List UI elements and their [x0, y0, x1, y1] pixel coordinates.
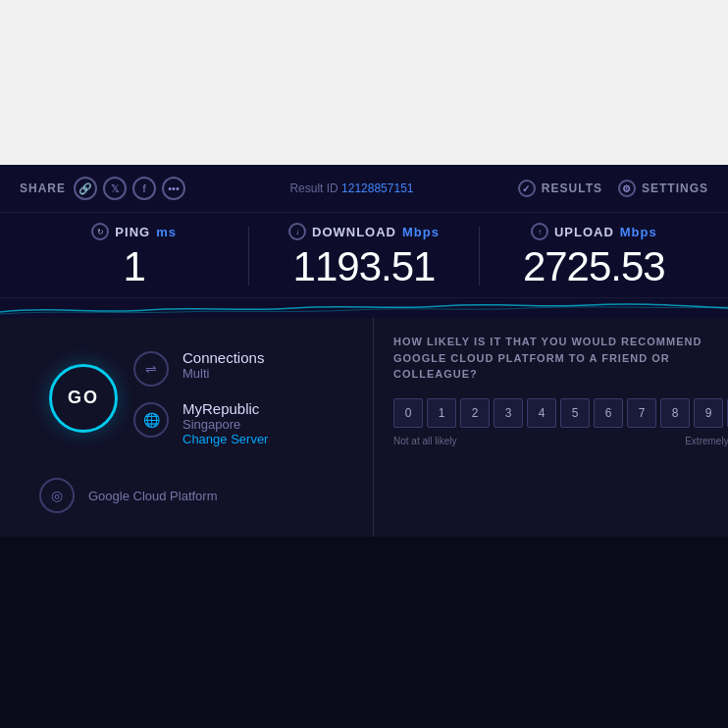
score-label-right: Extremely Likely	[685, 436, 728, 446]
settings-icon: ⚙	[618, 180, 636, 197]
twitter-icon[interactable]: 𝕏	[103, 177, 127, 200]
result-id-section: Result ID 12128857151	[289, 182, 413, 195]
wave-container	[0, 298, 728, 318]
main-section: SHARE 🔗 𝕏 f ••• Result ID 12128857151 ✓ …	[0, 165, 728, 537]
score-button-1[interactable]: 1	[427, 398, 456, 428]
share-label: SHARE	[20, 182, 66, 195]
link-icon[interactable]: 🔗	[74, 177, 97, 200]
isp-sub: Singapore	[182, 417, 334, 432]
google-icon: ◎	[39, 478, 75, 513]
isp-text: MyRepublic Singapore Change Server	[182, 400, 334, 446]
results-icon: ✓	[518, 180, 536, 197]
score-button-2[interactable]: 2	[460, 398, 490, 428]
share-section: SHARE 🔗 𝕏 f •••	[20, 177, 185, 200]
go-button[interactable]: GO	[49, 364, 118, 433]
go-row: GO ⇌ Connections Multi 🌐 MyRepublic	[20, 334, 353, 462]
score-button-0[interactable]: 0	[393, 398, 423, 428]
download-header: ↓ DOWNLOAD Mbps	[249, 223, 478, 240]
settings-label: SETTINGS	[642, 182, 708, 195]
metrics-bar: ↻ PING ms 1 ↓ DOWNLOAD Mbps 1193.51 ↑ UP…	[0, 212, 728, 298]
score-button-9[interactable]: 9	[694, 398, 723, 428]
upload-icon: ↑	[531, 223, 548, 240]
score-button-8[interactable]: 8	[660, 398, 690, 428]
google-text: Google Cloud Platform	[88, 489, 218, 503]
wave-svg	[0, 298, 728, 318]
isp-icon: 🌐	[133, 402, 169, 438]
ping-unit: ms	[156, 225, 177, 239]
upload-unit: Mbps	[620, 225, 657, 239]
recommendation-title-text: HOW LIKELY IS IT THAT YOU WOULD RECOMMEN…	[393, 336, 702, 380]
ping-icon: ↻	[91, 223, 109, 240]
download-name: DOWNLOAD	[312, 225, 396, 239]
score-row: 012345678910	[393, 398, 728, 428]
right-panel: HOW LIKELY IS IT THAT YOU WOULD RECOMMEN…	[373, 318, 728, 537]
ping-name: PING	[115, 225, 150, 239]
ping-value: 1	[20, 244, 248, 289]
ping-header: ↻ PING ms	[20, 223, 248, 240]
change-server-link[interactable]: Change Server	[182, 432, 334, 446]
download-icon: ↓	[288, 223, 306, 240]
score-button-7[interactable]: 7	[627, 398, 656, 428]
share-icons: 🔗 𝕏 f •••	[74, 177, 185, 200]
settings-button[interactable]: ⚙ SETTINGS	[618, 180, 708, 197]
connections-icon: ⇌	[133, 351, 169, 387]
connections-text: Connections Multi	[182, 349, 334, 381]
score-labels: Not at all likely Extremely Likely	[393, 436, 728, 446]
download-value: 1193.51	[249, 244, 478, 289]
score-button-6[interactable]: 6	[594, 398, 623, 428]
recommendation-title: HOW LIKELY IS IT THAT YOU WOULD RECOMMEN…	[393, 334, 728, 383]
top-section	[0, 0, 728, 165]
go-info-col: ⇌ Connections Multi 🌐 MyRepublic Singapo…	[133, 349, 334, 446]
score-button-5[interactable]: 5	[560, 398, 590, 428]
score-label-left: Not at all likely	[393, 436, 456, 446]
upload-name: UPLOAD	[554, 225, 614, 239]
upload-value: 2725.53	[480, 244, 708, 289]
isp-title: MyRepublic	[182, 400, 334, 417]
connections-row: ⇌ Connections Multi	[133, 349, 334, 387]
upload-metric: ↑ UPLOAD Mbps 2725.53	[480, 223, 708, 289]
ping-metric: ↻ PING ms 1	[20, 223, 248, 289]
result-id-label: Result ID	[289, 182, 338, 195]
isp-row: 🌐 MyRepublic Singapore Change Server	[133, 400, 334, 446]
facebook-icon[interactable]: f	[132, 177, 156, 200]
google-row: ◎ Google Cloud Platform	[20, 478, 353, 521]
result-id-value[interactable]: 12128857151	[341, 182, 413, 195]
controls-section: ✓ RESULTS ⚙ SETTINGS	[518, 180, 708, 197]
results-label: RESULTS	[542, 182, 602, 195]
left-panel: GO ⇌ Connections Multi 🌐 MyRepublic	[0, 318, 373, 537]
bottom-content: GO ⇌ Connections Multi 🌐 MyRepublic	[0, 318, 728, 537]
connections-sub: Multi	[182, 366, 334, 381]
download-unit: Mbps	[402, 225, 440, 239]
score-button-3[interactable]: 3	[494, 398, 523, 428]
connections-title: Connections	[182, 349, 334, 366]
download-metric: ↓ DOWNLOAD Mbps 1193.51	[249, 223, 478, 289]
more-icon[interactable]: •••	[162, 177, 185, 200]
results-button[interactable]: ✓ RESULTS	[518, 180, 602, 197]
upload-header: ↑ UPLOAD Mbps	[480, 223, 708, 240]
header-bar: SHARE 🔗 𝕏 f ••• Result ID 12128857151 ✓ …	[0, 165, 728, 212]
score-button-4[interactable]: 4	[527, 398, 556, 428]
